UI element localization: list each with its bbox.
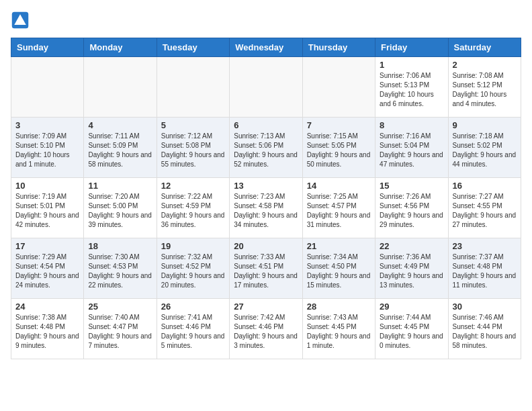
calendar-cell: 22Sunrise: 7:36 AMSunset: 4:49 PMDayligh… [375, 238, 448, 299]
day-number: 21 [307, 241, 371, 251]
day-number: 27 [234, 302, 298, 312]
day-number: 22 [380, 241, 443, 251]
day-number: 29 [380, 302, 443, 312]
weekday-friday: Friday [375, 38, 448, 57]
logo-icon [11, 11, 30, 30]
day-number: 25 [88, 302, 152, 312]
day-info: Sunrise: 7:06 AMSunset: 5:13 PMDaylight:… [380, 71, 443, 109]
calendar-cell: 27Sunrise: 7:42 AMSunset: 4:46 PMDayligh… [230, 299, 302, 359]
day-number: 14 [307, 181, 371, 191]
week-row-4: 17Sunrise: 7:29 AMSunset: 4:54 PMDayligh… [11, 238, 521, 299]
day-number: 12 [161, 181, 225, 191]
day-info: Sunrise: 7:16 AMSunset: 5:04 PMDaylight:… [380, 132, 443, 169]
day-number: 16 [453, 181, 517, 191]
calendar-cell: 25Sunrise: 7:40 AMSunset: 4:47 PMDayligh… [84, 299, 157, 359]
calendar-cell [157, 57, 229, 118]
calendar-cell: 7Sunrise: 7:15 AMSunset: 5:05 PMDaylight… [302, 118, 375, 178]
calendar-cell: 2Sunrise: 7:08 AMSunset: 5:12 PMDaylight… [448, 57, 521, 118]
weekday-monday: Monday [84, 38, 157, 57]
day-info: Sunrise: 7:33 AMSunset: 4:51 PMDaylight:… [234, 253, 298, 290]
day-info: Sunrise: 7:34 AMSunset: 4:50 PMDaylight:… [307, 253, 371, 290]
calendar-cell: 5Sunrise: 7:12 AMSunset: 5:08 PMDaylight… [157, 118, 229, 178]
day-number: 18 [88, 241, 152, 251]
day-info: Sunrise: 7:09 AMSunset: 5:10 PMDaylight:… [15, 132, 79, 169]
day-info: Sunrise: 7:20 AMSunset: 5:00 PMDaylight:… [88, 192, 152, 230]
calendar-cell: 30Sunrise: 7:46 AMSunset: 4:44 PMDayligh… [448, 299, 521, 359]
calendar-cell: 23Sunrise: 7:37 AMSunset: 4:48 PMDayligh… [448, 238, 521, 299]
calendar-cell: 10Sunrise: 7:19 AMSunset: 5:01 PMDayligh… [11, 178, 84, 238]
day-info: Sunrise: 7:41 AMSunset: 4:46 PMDaylight:… [161, 313, 225, 351]
calendar-cell: 18Sunrise: 7:30 AMSunset: 4:53 PMDayligh… [84, 238, 157, 299]
weekday-saturday: Saturday [448, 38, 521, 57]
calendar-cell: 17Sunrise: 7:29 AMSunset: 4:54 PMDayligh… [11, 238, 84, 299]
day-info: Sunrise: 7:38 AMSunset: 4:48 PMDaylight:… [15, 313, 79, 351]
day-number: 17 [15, 241, 79, 251]
calendar-cell [230, 57, 302, 118]
calendar-cell: 13Sunrise: 7:23 AMSunset: 4:58 PMDayligh… [230, 178, 302, 238]
day-info: Sunrise: 7:44 AMSunset: 4:45 PMDaylight:… [380, 313, 443, 351]
day-number: 3 [15, 120, 79, 130]
calendar-cell: 29Sunrise: 7:44 AMSunset: 4:45 PMDayligh… [375, 299, 448, 359]
weekday-tuesday: Tuesday [157, 38, 229, 57]
day-number: 7 [307, 120, 371, 130]
day-info: Sunrise: 7:08 AMSunset: 5:12 PMDaylight:… [453, 71, 517, 109]
day-info: Sunrise: 7:36 AMSunset: 4:49 PMDaylight:… [380, 253, 443, 290]
calendar-cell: 4Sunrise: 7:11 AMSunset: 5:09 PMDaylight… [84, 118, 157, 178]
logo [11, 11, 32, 30]
day-info: Sunrise: 7:18 AMSunset: 5:02 PMDaylight:… [453, 132, 517, 169]
day-info: Sunrise: 7:19 AMSunset: 5:01 PMDaylight:… [15, 192, 79, 230]
calendar-cell: 8Sunrise: 7:16 AMSunset: 5:04 PMDaylight… [375, 118, 448, 178]
calendar-cell: 15Sunrise: 7:26 AMSunset: 4:56 PMDayligh… [375, 178, 448, 238]
calendar-cell: 19Sunrise: 7:32 AMSunset: 4:52 PMDayligh… [157, 238, 229, 299]
day-info: Sunrise: 7:12 AMSunset: 5:08 PMDaylight:… [161, 132, 225, 169]
day-number: 26 [161, 302, 225, 312]
day-number: 2 [453, 60, 517, 70]
day-info: Sunrise: 7:13 AMSunset: 5:06 PMDaylight:… [234, 132, 298, 169]
calendar-cell: 3Sunrise: 7:09 AMSunset: 5:10 PMDaylight… [11, 118, 84, 178]
calendar-table: SundayMondayTuesdayWednesdayThursdayFrid… [11, 38, 521, 359]
calendar-cell: 24Sunrise: 7:38 AMSunset: 4:48 PMDayligh… [11, 299, 84, 359]
calendar-cell [11, 57, 84, 118]
day-number: 19 [161, 241, 225, 251]
day-info: Sunrise: 7:22 AMSunset: 4:59 PMDaylight:… [161, 192, 225, 230]
calendar-cell: 16Sunrise: 7:27 AMSunset: 4:55 PMDayligh… [448, 178, 521, 238]
calendar-cell: 6Sunrise: 7:13 AMSunset: 5:06 PMDaylight… [230, 118, 302, 178]
week-row-2: 3Sunrise: 7:09 AMSunset: 5:10 PMDaylight… [11, 118, 521, 178]
day-info: Sunrise: 7:25 AMSunset: 4:57 PMDaylight:… [307, 192, 371, 230]
weekday-header-row: SundayMondayTuesdayWednesdayThursdayFrid… [11, 38, 521, 57]
calendar-cell: 26Sunrise: 7:41 AMSunset: 4:46 PMDayligh… [157, 299, 229, 359]
day-info: Sunrise: 7:30 AMSunset: 4:53 PMDaylight:… [88, 253, 152, 290]
day-number: 5 [161, 120, 225, 130]
day-info: Sunrise: 7:37 AMSunset: 4:48 PMDaylight:… [453, 253, 517, 290]
day-number: 23 [453, 241, 517, 251]
calendar-cell: 21Sunrise: 7:34 AMSunset: 4:50 PMDayligh… [302, 238, 375, 299]
calendar-cell: 20Sunrise: 7:33 AMSunset: 4:51 PMDayligh… [230, 238, 302, 299]
weekday-sunday: Sunday [11, 38, 84, 57]
day-info: Sunrise: 7:29 AMSunset: 4:54 PMDaylight:… [15, 253, 79, 290]
day-info: Sunrise: 7:26 AMSunset: 4:56 PMDaylight:… [380, 192, 443, 230]
week-row-1: 1Sunrise: 7:06 AMSunset: 5:13 PMDaylight… [11, 57, 521, 118]
day-info: Sunrise: 7:15 AMSunset: 5:05 PMDaylight:… [307, 132, 371, 169]
day-number: 30 [453, 302, 517, 312]
day-number: 9 [453, 120, 517, 130]
weekday-wednesday: Wednesday [230, 38, 302, 57]
day-number: 4 [88, 120, 152, 130]
calendar-cell [302, 57, 375, 118]
calendar-cell: 1Sunrise: 7:06 AMSunset: 5:13 PMDaylight… [375, 57, 448, 118]
calendar-cell: 9Sunrise: 7:18 AMSunset: 5:02 PMDaylight… [448, 118, 521, 178]
calendar-cell [84, 57, 157, 118]
calendar-cell: 14Sunrise: 7:25 AMSunset: 4:57 PMDayligh… [302, 178, 375, 238]
week-row-5: 24Sunrise: 7:38 AMSunset: 4:48 PMDayligh… [11, 299, 521, 359]
day-info: Sunrise: 7:40 AMSunset: 4:47 PMDaylight:… [88, 313, 152, 351]
week-row-3: 10Sunrise: 7:19 AMSunset: 5:01 PMDayligh… [11, 178, 521, 238]
day-number: 28 [307, 302, 371, 312]
day-number: 10 [15, 181, 79, 191]
day-number: 15 [380, 181, 443, 191]
day-number: 13 [234, 181, 298, 191]
day-number: 11 [88, 181, 152, 191]
day-number: 1 [380, 60, 443, 70]
day-number: 6 [234, 120, 298, 130]
day-info: Sunrise: 7:23 AMSunset: 4:58 PMDaylight:… [234, 192, 298, 230]
day-info: Sunrise: 7:43 AMSunset: 4:45 PMDaylight:… [307, 313, 371, 351]
weekday-thursday: Thursday [302, 38, 375, 57]
